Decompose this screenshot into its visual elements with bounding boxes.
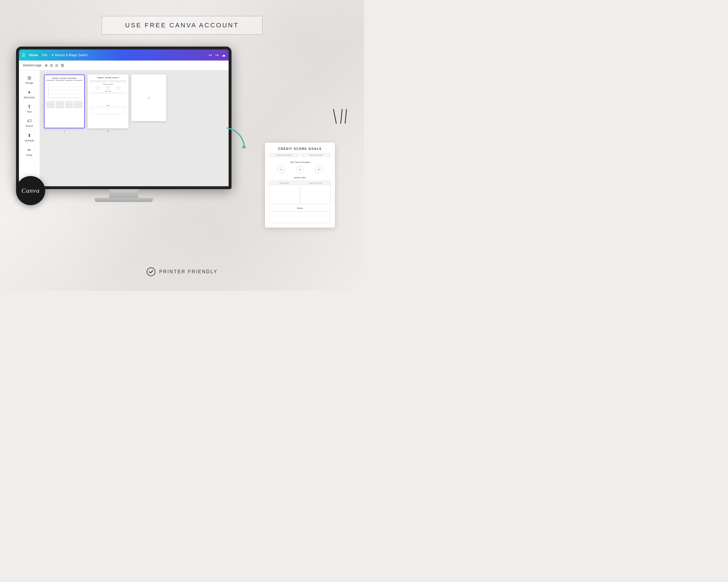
- gc-header-cell1: Current Credit Score: [269, 153, 299, 158]
- svg-marker-0: [242, 144, 246, 148]
- sidebar-item-elements[interactable]: ✦ Elements: [20, 87, 39, 101]
- gc-action-col2: Impact on Score: [301, 181, 331, 204]
- topbar-actions: ↩ ↪ ☁: [209, 53, 226, 58]
- design-icon: ⊞: [27, 75, 31, 81]
- gc-header-label2: Credit Score Goal: [309, 154, 323, 156]
- stand-neck: [109, 189, 138, 198]
- page2-thumbnail[interactable]: CREDIT SCORE GOALS Top Three Priorities …: [88, 75, 128, 128]
- bar4: [74, 80, 82, 81]
- draw-icon: ✏: [27, 147, 31, 153]
- delete-page-icon[interactable]: 🗑: [60, 63, 64, 68]
- gc-action-title: Action Plan: [269, 176, 331, 179]
- gc-header-cell2: Credit Score Goal: [301, 153, 331, 158]
- gc-priorities-title: Top Three Priorities: [269, 161, 331, 164]
- canva-logo-text: Canva: [22, 187, 40, 194]
- screen-inner: ☰ Home File ✦ Resize & Magic Switch ↩ ↪ …: [19, 50, 229, 186]
- page1-data-rows: [45, 101, 84, 109]
- header-text: USE FREE CANVA ACCOUNT: [125, 22, 239, 29]
- deco-lines-area: [328, 108, 348, 126]
- footer-section: PRINTER FRIENDLY: [147, 267, 218, 276]
- page1-thumbnail[interactable]: CREDIT SCORE TRACKER: [44, 75, 85, 128]
- brand-label: Brand: [26, 124, 33, 128]
- header-banner: USE FREE CANVA ACCOUNT: [102, 16, 263, 35]
- gc-action-col1: Action Steps: [269, 181, 300, 204]
- p2-circle1: ①: [96, 86, 99, 89]
- design-label: Design: [25, 82, 33, 84]
- gc-action-label1: Action Steps: [279, 182, 289, 184]
- subtoolbar-icons: ⊕ ⧉ ⊘ 🗑: [45, 63, 64, 68]
- page3-thumbnail[interactable]: +: [131, 75, 166, 121]
- gc-notes-box: [269, 211, 331, 223]
- magic-switch-label: Resize & Magic Switch: [55, 53, 88, 57]
- magic-star-icon: ✦: [51, 53, 54, 57]
- canva-topbar: ☰ Home File ✦ Resize & Magic Switch ↩ ↪ …: [19, 50, 229, 60]
- page1-title: CREDIT SCORE TRACKER: [45, 75, 84, 80]
- gc-circle3: ③: [315, 166, 322, 173]
- copy-page-icon[interactable]: ⧉: [50, 63, 53, 68]
- page2-wrap: CREDIT SCORE GOALS Top Three Priorities …: [88, 75, 128, 133]
- arrow-element: [224, 125, 251, 151]
- gc-title: CREDIT SCORE GOALS: [269, 147, 331, 150]
- hamburger-icon[interactable]: ☰: [22, 53, 26, 58]
- add-page-plus[interactable]: +: [131, 75, 166, 121]
- sidebar-item-design[interactable]: ⊞ Design: [20, 73, 39, 87]
- goals-card: CREDIT SCORE GOALS Current Credit Score …: [265, 143, 335, 227]
- text-icon: T: [28, 104, 31, 109]
- gc-notes-title: Notes: [269, 207, 331, 210]
- x-labels: Q1 Q2 Q3 Q4: [46, 99, 82, 99]
- p2-priorities-title: Top Three Priorities: [89, 84, 127, 85]
- arrow-svg: [224, 125, 251, 151]
- brand-icon: 🏷: [27, 118, 32, 124]
- printer-friendly-icon: [147, 267, 156, 276]
- svg-line-3: [345, 109, 346, 124]
- cloud-icon[interactable]: ☁: [222, 53, 226, 58]
- elements-label: Elements: [24, 96, 35, 99]
- bar3: [65, 80, 73, 81]
- gc-circle2: ②: [296, 166, 304, 173]
- page1-wrap: CREDIT SCORE TRACKER: [44, 75, 85, 133]
- sidebar-item-uploads[interactable]: ⬆ Uploads: [20, 130, 39, 144]
- data-row-1: [46, 101, 82, 102]
- data-row-5: [46, 107, 82, 108]
- add-page-icon[interactable]: ⊕: [45, 63, 48, 68]
- canva-canvas: CREDIT SCORE TRACKER: [40, 71, 229, 186]
- page1-number: 1: [63, 130, 65, 133]
- stand-base: [95, 198, 153, 202]
- monitor-wrapper: ☰ Home File ✦ Resize & Magic Switch ↩ ↪ …: [16, 47, 232, 202]
- topbar-nav: Home File ✦ Resize & Magic Switch: [29, 53, 88, 57]
- magic-switch-nav[interactable]: ✦ Resize & Magic Switch: [51, 53, 88, 57]
- page2-title: CREDIT SCORE GOALS: [88, 75, 128, 79]
- gc-action-table: Action Steps Impact on Score: [269, 181, 331, 204]
- redo-icon[interactable]: ↪: [215, 53, 219, 58]
- data-row-3: [46, 104, 82, 105]
- chart-box: [48, 83, 81, 98]
- p2-notes-title: Notes: [89, 105, 127, 106]
- p2-action-title: Action Plan: [89, 90, 127, 92]
- gc-header-row: Current Credit Score Credit Score Goal: [269, 153, 331, 158]
- p2-header-row: [89, 80, 127, 82]
- sidebar-item-text[interactable]: T Text: [20, 102, 39, 115]
- gc-header-label1: Current Credit Score: [276, 154, 292, 156]
- elements-icon: ✦: [27, 90, 31, 95]
- gc-circle1: ①: [278, 166, 285, 173]
- monitor-screen: ☰ Home File ✦ Resize & Magic Switch ↩ ↪ …: [16, 47, 232, 189]
- draw-label: Draw: [26, 154, 32, 157]
- bar2: [56, 80, 64, 81]
- sidebar-item-brand[interactable]: 🏷 Brand: [20, 116, 39, 130]
- deco-lines-svg: [328, 108, 348, 125]
- deselect-page-btn[interactable]: Deselect page: [23, 64, 42, 67]
- page3-wrap: +: [131, 75, 166, 121]
- file-nav[interactable]: File: [42, 53, 48, 57]
- undo-icon[interactable]: ↩: [209, 53, 212, 58]
- data-row-4: [46, 106, 82, 107]
- gc-action-label2: Impact on Score: [309, 182, 322, 184]
- hide-page-icon[interactable]: ⊘: [55, 63, 58, 68]
- monitor-stand: [16, 189, 232, 202]
- data-row-2: [46, 103, 82, 104]
- sidebar-item-draw[interactable]: ✏ Draw: [20, 145, 39, 159]
- home-nav[interactable]: Home: [29, 53, 38, 57]
- text-label: Text: [27, 110, 32, 113]
- p2-circle3: ③: [117, 86, 120, 89]
- uploads-icon: ⬆: [27, 133, 31, 138]
- page2-section: Top Three Priorities ① ② ③ Action Plan: [88, 79, 128, 115]
